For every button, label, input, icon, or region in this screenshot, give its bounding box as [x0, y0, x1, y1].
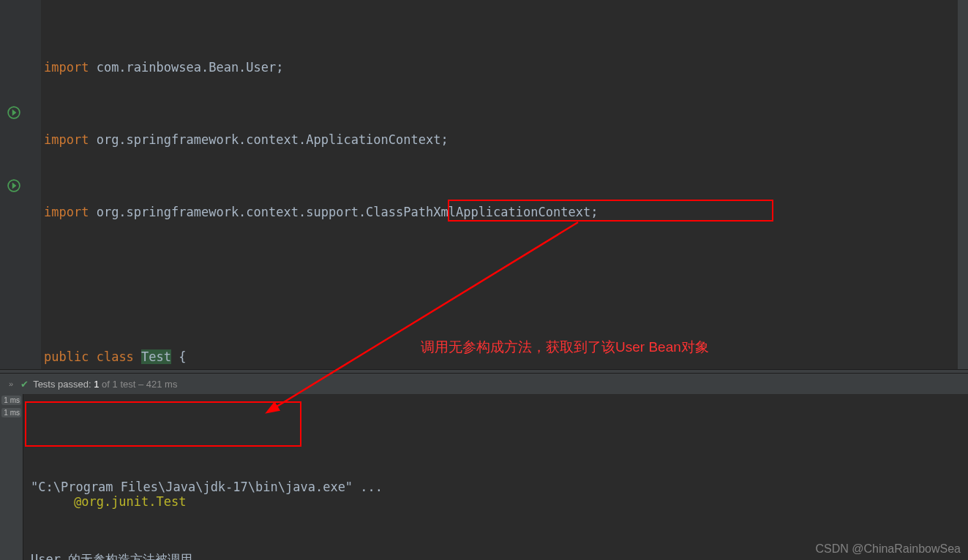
gutter — [0, 0, 41, 369]
scrollbar[interactable] — [958, 0, 968, 369]
run-gutter-icon[interactable] — [7, 106, 20, 119]
console-tabs: 1 ms 1 ms — [0, 394, 23, 560]
watermark: CSDN @ChinaRainbowSea — [815, 542, 961, 556]
console-output[interactable]: "C:\Program Files\Java\jdk-17\bin\java.e… — [23, 394, 968, 560]
console-panel: 1 ms 1 ms "C:\Program Files\Java\jdk-17\… — [0, 394, 968, 560]
check-icon: ✔ — [20, 379, 29, 390]
code-line: import org.springframework.context.Appli… — [41, 128, 841, 152]
code-line: import com.rainbowsea.Bean.User; — [41, 56, 841, 80]
chevron-right-icon[interactable]: » — [9, 379, 13, 388]
console-tab[interactable]: 1 ms — [1, 408, 21, 417]
code-area[interactable]: import com.rainbowsea.Bean.User; import … — [41, 0, 841, 369]
code-line — [41, 273, 841, 297]
code-line: import org.springframework.context.suppo… — [41, 200, 841, 224]
annotation-text: 调用无参构成方法，获取到了该User Bean对象 — [421, 338, 709, 357]
console-line: "C:\Program Files\Java\jdk-17\bin\java.e… — [31, 475, 961, 499]
code-editor[interactable]: import com.rainbowsea.Bean.User; import … — [0, 0, 968, 369]
run-gutter-icon[interactable] — [7, 179, 20, 192]
console-tab[interactable]: 1 ms — [1, 396, 21, 405]
annotation-box — [25, 401, 301, 447]
